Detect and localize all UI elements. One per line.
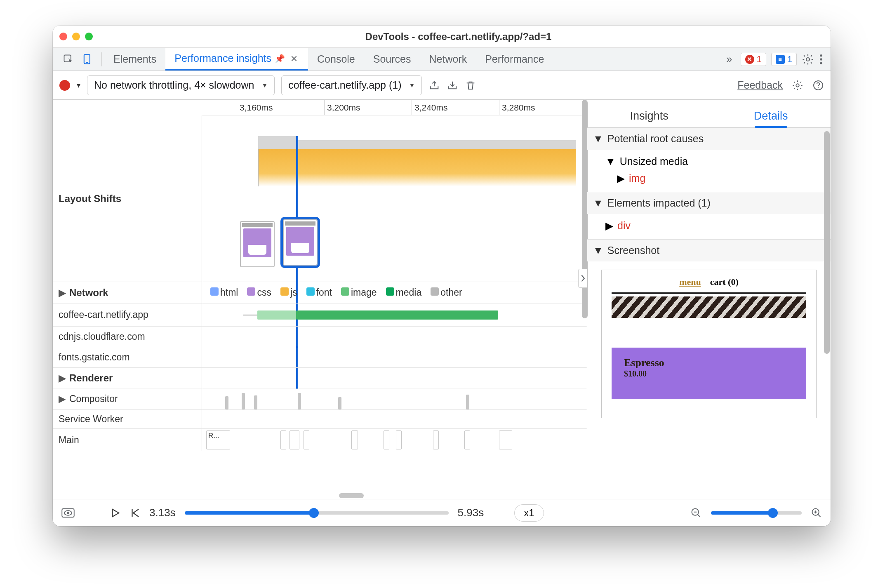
svg-point-3: [806, 58, 810, 61]
tab-sources[interactable]: Sources: [364, 48, 420, 71]
rail-network[interactable]: ▶Network: [53, 282, 202, 303]
tab-network[interactable]: Network: [420, 48, 476, 71]
rail-main[interactable]: Main: [53, 429, 202, 451]
ss-divider: [612, 292, 806, 294]
element-tag: div: [617, 220, 631, 232]
task-spike: [338, 397, 341, 409]
svg-point-12: [67, 512, 69, 514]
ss-cart-label: cart (0): [710, 277, 739, 287]
tab-insights[interactable]: Insights: [627, 105, 672, 127]
chevron-down-icon: ▼: [605, 155, 616, 167]
throttling-select[interactable]: No network throttling, 4× slowdown ▼: [87, 75, 275, 95]
playback-speed[interactable]: x1: [514, 504, 544, 522]
main-task-block[interactable]: R...: [206, 430, 230, 449]
main-task-block[interactable]: [384, 430, 389, 449]
playback-slider[interactable]: [185, 511, 449, 515]
timeline-body[interactable]: Layout Shifts: [53, 115, 587, 499]
layout-shift-thumb[interactable]: [240, 221, 275, 267]
error-icon: ✕: [745, 55, 754, 64]
tab-details[interactable]: Details: [751, 105, 791, 127]
divider: [101, 52, 102, 66]
section-header[interactable]: ▼ Elements impacted (1): [587, 192, 831, 214]
rail-layout-shifts[interactable]: Layout Shifts: [53, 115, 202, 282]
message-count-pill[interactable]: ≡ 1: [771, 53, 797, 66]
window-titlebar: DevTools - coffee-cart.netlify.app/?ad=1: [53, 26, 831, 48]
ss-product-price: $10.00: [624, 369, 794, 379]
minimize-window-button[interactable]: [72, 33, 80, 40]
host-label[interactable]: cdnjs.cloudflare.com: [53, 327, 202, 347]
tree-node-div[interactable]: ▶ div: [605, 217, 825, 234]
maximize-window-button[interactable]: [85, 33, 93, 40]
record-button[interactable]: [59, 80, 70, 91]
playback-knob[interactable]: [309, 508, 319, 518]
import-icon[interactable]: [447, 80, 458, 91]
swatch-image: [341, 287, 349, 296]
play-icon[interactable]: [110, 508, 120, 518]
net-image-download[interactable]: [296, 310, 498, 320]
playback-end-time: 5.93s: [458, 506, 484, 519]
help-icon[interactable]: [812, 80, 824, 91]
section-header[interactable]: ▼ Potential root causes: [587, 128, 831, 150]
main-task-block[interactable]: [396, 430, 402, 449]
record-menu-caret-icon[interactable]: ▾: [77, 81, 80, 90]
rail-compositor[interactable]: ▶Compositor: [53, 388, 202, 409]
collapse-sidepanel-icon[interactable]: [578, 269, 587, 288]
zoom-slider[interactable]: [711, 511, 802, 515]
close-tab-icon[interactable]: [289, 54, 299, 64]
target-select[interactable]: coffee-cart.netlify.app (1) ▼: [281, 75, 422, 95]
rail-service-worker[interactable]: Service Worker: [53, 410, 202, 428]
timeline-scrollbar[interactable]: [582, 100, 588, 499]
main-task-block[interactable]: [464, 430, 470, 449]
panel-settings-gear-icon[interactable]: [792, 80, 803, 91]
tab-console[interactable]: Console: [308, 48, 364, 71]
main-task-block[interactable]: [280, 430, 286, 449]
task-spike: [254, 395, 257, 409]
ss-hero-image: [612, 296, 806, 318]
timeline-pane[interactable]: 3,160ms 3,200ms 3,240ms 3,280ms Layout S…: [53, 100, 587, 499]
kebab-menu-icon[interactable]: [819, 54, 823, 65]
tree-node-unsized-media[interactable]: ▼ Unsized media: [605, 153, 825, 170]
toggle-preview-icon[interactable]: [61, 508, 75, 518]
section-title: Elements impacted (1): [607, 197, 711, 209]
main-task-block[interactable]: [499, 430, 512, 449]
row-network-host: coffee-cart.netlify.app: [53, 303, 587, 327]
task-spike: [298, 393, 301, 409]
horizontal-scrollbar[interactable]: [339, 493, 364, 498]
device-toolbar-icon[interactable]: [82, 54, 93, 65]
details-scrollbar[interactable]: [824, 100, 830, 499]
time-tick: 3,160ms: [237, 100, 273, 115]
rail-renderer[interactable]: ▶Renderer: [53, 368, 202, 388]
tree-node-img[interactable]: ▶ img: [605, 170, 825, 187]
more-tabs-icon[interactable]: »: [723, 53, 735, 66]
host-label[interactable]: fonts.gstatic.com: [53, 347, 202, 367]
main-task-block[interactable]: [433, 430, 439, 449]
zoom-out-icon[interactable]: [690, 507, 702, 519]
details-tabstrip: Insights Details: [587, 100, 831, 128]
settings-gear-icon[interactable]: [802, 53, 814, 66]
delete-icon[interactable]: [465, 80, 476, 91]
layout-shift-thumb-selected[interactable]: [283, 219, 318, 266]
error-count-pill[interactable]: ✕ 1: [741, 53, 766, 66]
tab-performance[interactable]: Performance: [476, 48, 553, 71]
main-task-block[interactable]: [290, 430, 299, 449]
seek-start-icon[interactable]: [129, 508, 140, 518]
tab-elements[interactable]: Elements: [104, 48, 165, 71]
section-header[interactable]: ▼ Screenshot: [587, 240, 831, 261]
zoom-knob[interactable]: [768, 508, 778, 518]
row-compositor: ▶Compositor: [53, 388, 587, 410]
tab-label: Console: [317, 53, 355, 65]
main-task-block[interactable]: [351, 430, 358, 449]
feedback-link[interactable]: Feedback: [737, 79, 783, 91]
screenshot-preview: menu cart (0) Espresso $10.00: [601, 270, 817, 418]
inspect-element-icon[interactable]: [63, 54, 74, 65]
close-window-button[interactable]: [59, 33, 67, 40]
tab-performance-insights[interactable]: Performance insights 📌: [165, 48, 308, 71]
net-image-waiting[interactable]: [257, 310, 296, 320]
main-task-block[interactable]: [304, 430, 309, 449]
svg-point-4: [820, 54, 822, 56]
zoom-in-icon[interactable]: [811, 507, 822, 519]
time-tick: 3,200ms: [324, 100, 360, 115]
export-icon[interactable]: [428, 80, 440, 91]
time-ruler[interactable]: 3,160ms 3,200ms 3,240ms 3,280ms: [202, 100, 587, 115]
host-label[interactable]: coffee-cart.netlify.app: [53, 303, 202, 326]
